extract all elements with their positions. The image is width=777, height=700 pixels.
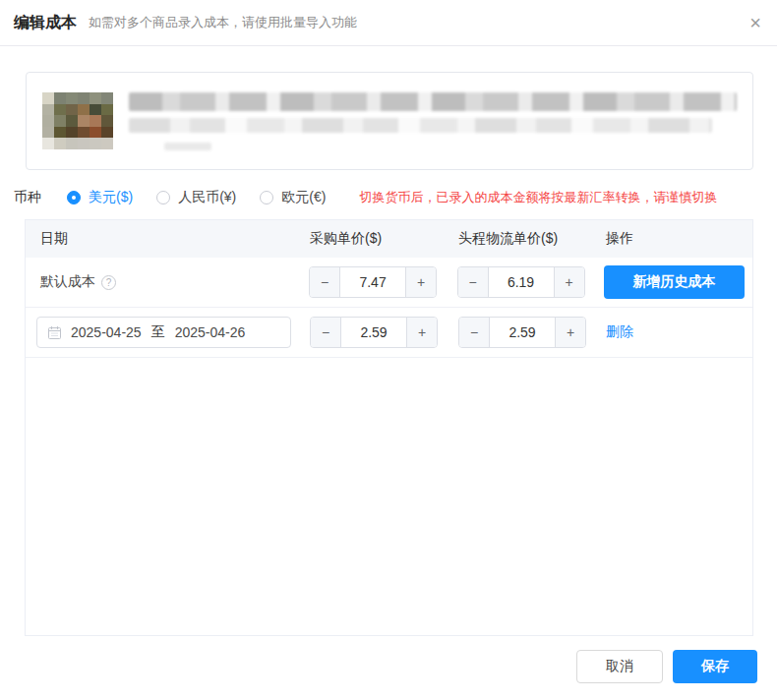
- decrease-button[interactable]: −: [459, 318, 490, 347]
- calendar-icon: [47, 325, 62, 340]
- decrease-button[interactable]: −: [310, 267, 340, 297]
- date-start: 2025-04-25: [71, 324, 142, 340]
- increase-button[interactable]: +: [555, 318, 585, 347]
- add-history-cost-button[interactable]: 新增历史成本: [604, 265, 745, 299]
- help-icon[interactable]: ?: [101, 275, 116, 290]
- default-purchase-price-stepper: − +: [309, 266, 437, 298]
- product-card: [26, 72, 753, 170]
- date-range-picker[interactable]: 2025-04-25 至 2025-04-26: [36, 317, 291, 348]
- default-purchase-price-input[interactable]: [340, 267, 405, 297]
- header-logistics-price: 头程物流单价($): [458, 230, 606, 248]
- table-empty-area: [26, 358, 752, 635]
- table-header-row: 日期 采购单价($) 头程物流单价($) 操作: [26, 220, 752, 258]
- increase-button[interactable]: +: [406, 318, 437, 347]
- history-purchase-price-stepper: − +: [310, 317, 438, 348]
- save-button[interactable]: 保存: [673, 650, 757, 683]
- default-cost-row: 默认成本 ? − + − + 新增历史成本: [26, 258, 752, 308]
- history-purchase-price-input[interactable]: [341, 318, 406, 347]
- history-logistics-price-input[interactable]: [490, 318, 555, 347]
- increase-button[interactable]: +: [405, 267, 436, 297]
- cost-table: 日期 采购单价($) 头程物流单价($) 操作 默认成本 ? − + − + 新…: [25, 219, 753, 636]
- decrease-button[interactable]: −: [311, 318, 341, 347]
- product-extra-redacted: [164, 143, 211, 150]
- radio-unselected-icon: [260, 191, 273, 204]
- header-purchase-price: 采购单价($): [310, 230, 458, 248]
- header-action: 操作: [606, 230, 752, 248]
- currency-row: 币种 美元($) 人民币(¥) 欧元(€) 切换货币后，已录入的成本金额将按最新…: [14, 188, 753, 207]
- currency-label: 币种: [14, 189, 41, 206]
- product-title-redacted: [129, 92, 737, 111]
- date-separator: 至: [151, 323, 165, 341]
- default-logistics-price-stepper: − +: [457, 266, 585, 298]
- dialog-header: 编辑成本 如需对多个商品录入成本，请使用批量导入功能 ×: [0, 0, 777, 46]
- currency-radio-cny-label: 人民币(¥): [178, 189, 236, 206]
- radio-unselected-icon: [156, 191, 170, 204]
- product-meta-redacted: [129, 118, 712, 133]
- radio-selected-icon: [67, 191, 81, 204]
- dialog-subtitle: 如需对多个商品录入成本，请使用批量导入功能: [89, 14, 749, 31]
- dialog-footer: 取消 保存: [0, 650, 757, 683]
- default-logistics-price-input[interactable]: [489, 267, 554, 297]
- currency-radio-usd-label: 美元($): [89, 189, 133, 206]
- currency-radio-eur[interactable]: 欧元(€): [260, 189, 326, 206]
- decrease-button[interactable]: −: [458, 267, 489, 297]
- close-icon[interactable]: ×: [749, 13, 761, 32]
- delete-row-link[interactable]: 删除: [606, 323, 633, 341]
- product-info-redacted: [129, 92, 737, 150]
- product-thumbnail: [42, 92, 113, 149]
- history-logistics-price-stepper: − +: [458, 317, 586, 348]
- currency-radio-eur-label: 欧元(€): [281, 189, 326, 206]
- currency-switch-warning: 切换货币后，已录入的成本金额将按最新汇率转换，请谨慎切换: [359, 189, 717, 206]
- date-end: 2025-04-26: [175, 324, 246, 340]
- history-cost-row: 2025-04-25 至 2025-04-26 − + − + 删除: [26, 308, 752, 358]
- dialog-title: 编辑成本: [14, 13, 77, 33]
- header-date: 日期: [26, 230, 310, 248]
- default-cost-label: 默认成本: [40, 273, 95, 291]
- currency-radio-usd[interactable]: 美元($): [67, 189, 133, 206]
- currency-radio-cny[interactable]: 人民币(¥): [156, 189, 236, 206]
- cancel-button[interactable]: 取消: [576, 650, 663, 683]
- increase-button[interactable]: +: [554, 267, 584, 297]
